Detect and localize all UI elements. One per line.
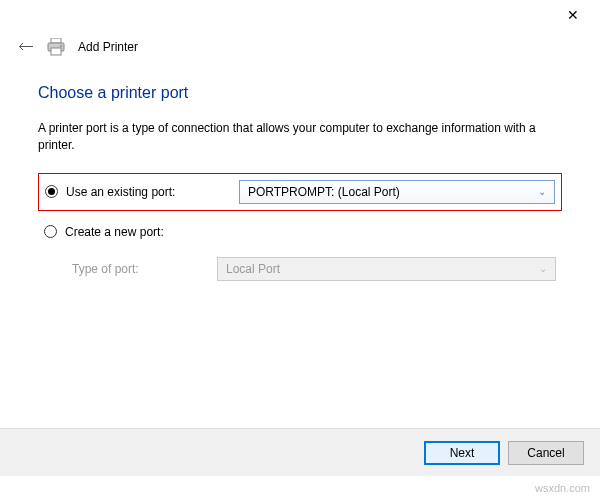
wizard-header: 🡐 Add Printer [0, 30, 600, 68]
svg-point-3 [60, 45, 62, 47]
svg-rect-0 [51, 38, 61, 43]
existing-port-value: PORTPROMPT: (Local Port) [248, 185, 400, 199]
cancel-button-label: Cancel [527, 446, 564, 460]
wizard-footer: Next Cancel [0, 428, 600, 476]
radio-create-port[interactable] [44, 225, 57, 238]
page-description: A printer port is a type of connection t… [38, 120, 562, 155]
chevron-down-icon: ⌄ [538, 186, 546, 197]
next-button-label: Next [450, 446, 475, 460]
cancel-button[interactable]: Cancel [508, 441, 584, 465]
next-button[interactable]: Next [424, 441, 500, 465]
radio-existing-port-label: Use an existing port: [66, 185, 231, 199]
port-type-row: Type of port: Local Port ⌄ [38, 251, 562, 287]
printer-icon [46, 38, 66, 56]
chevron-down-icon: ⌄ [539, 263, 547, 274]
back-button[interactable]: 🡐 [18, 38, 34, 56]
port-type-label: Type of port: [44, 262, 209, 276]
option-create-new-port[interactable]: Create a new port: [38, 219, 562, 245]
titlebar: ✕ [0, 0, 600, 30]
option-use-existing-port[interactable]: Use an existing port: PORTPROMPT: (Local… [38, 173, 562, 211]
port-type-value: Local Port [226, 262, 280, 276]
arrow-left-icon: 🡐 [18, 38, 34, 55]
svg-rect-2 [51, 48, 61, 55]
close-button[interactable]: ✕ [558, 7, 588, 23]
watermark: wsxdn.com [535, 482, 590, 494]
radio-existing-port[interactable] [45, 185, 58, 198]
close-icon: ✕ [567, 7, 579, 23]
page-title: Choose a printer port [38, 84, 562, 102]
wizard-content: Choose a printer port A printer port is … [0, 68, 600, 287]
header-title: Add Printer [78, 40, 138, 54]
existing-port-select[interactable]: PORTPROMPT: (Local Port) ⌄ [239, 180, 555, 204]
radio-create-port-label: Create a new port: [65, 225, 230, 239]
port-type-select: Local Port ⌄ [217, 257, 556, 281]
